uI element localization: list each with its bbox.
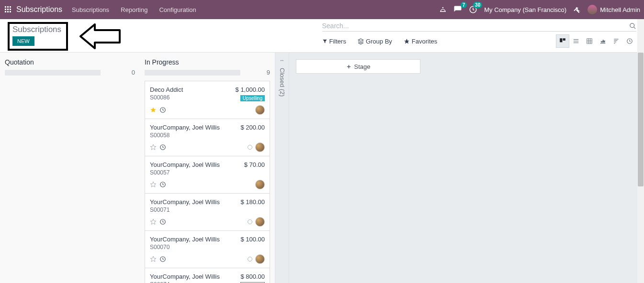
card-customer: Deco Addict (150, 86, 183, 93)
activities-icon[interactable]: 30 (469, 5, 477, 14)
card-amount: $ 180.00 (240, 198, 265, 206)
svg-point-11 (630, 23, 634, 27)
star-icon[interactable] (150, 181, 157, 188)
kanban-card[interactable]: Deco AddictS00086$ 1,000.00Upselling (145, 81, 270, 119)
nav-subscriptions[interactable]: Subscriptions (72, 6, 109, 13)
filters-label: Filters (329, 38, 346, 45)
top-nav: Subscriptions Subscriptions Reporting Co… (0, 0, 644, 19)
card-amount: $ 1,000.00 (236, 86, 265, 93)
svg-rect-14 (563, 38, 565, 41)
assignee-avatar-icon[interactable] (255, 142, 265, 152)
search-bar[interactable] (322, 22, 637, 32)
column-quotation: Quotation 0 (0, 53, 140, 283)
card-amount: $ 200.00 (240, 124, 265, 131)
page-title: Subscriptions (12, 25, 61, 34)
assignee-avatar-icon[interactable] (255, 254, 265, 264)
nav-configuration[interactable]: Configuration (159, 6, 196, 13)
support-icon[interactable] (439, 6, 447, 13)
column-quotation-count: 0 (129, 69, 135, 76)
status-dot-icon (248, 219, 252, 224)
search-input[interactable] (322, 22, 630, 30)
svg-rect-7 (7, 11, 9, 12)
svg-rect-18 (587, 39, 592, 44)
unfold-icon: ↔ (280, 57, 285, 63)
filters-button[interactable]: Filters (322, 38, 346, 45)
svg-rect-4 (7, 9, 9, 10)
star-icon[interactable] (150, 218, 157, 225)
kanban-card[interactable]: YourCompany, Joel WillisS00074$ 800.00Re… (145, 268, 270, 283)
column-in-progress-progress (145, 70, 240, 76)
card-list: Deco AddictS00086$ 1,000.00UpsellingYour… (145, 81, 272, 283)
user-avatar-icon (588, 5, 597, 14)
favorites-button[interactable]: Favorites (404, 38, 437, 45)
column-in-progress-count: 9 (264, 69, 270, 76)
column-closed-label: Closed (2) (279, 68, 286, 97)
activity-clock-icon[interactable] (159, 256, 166, 262)
activity-view-button[interactable] (623, 34, 636, 48)
column-in-progress-title[interactable]: In Progress (145, 58, 179, 66)
star-icon[interactable] (150, 144, 157, 151)
assignee-avatar-icon[interactable] (255, 217, 265, 227)
card-customer: YourCompany, Joel Willis (150, 124, 220, 131)
arrow-annotation-icon (79, 23, 122, 49)
status-dot-icon (248, 145, 252, 150)
activity-clock-icon[interactable] (159, 181, 166, 188)
add-stage-label: Stage (354, 63, 371, 70)
apps-icon[interactable] (4, 5, 12, 14)
messages-icon[interactable]: 7 (453, 5, 462, 14)
kanban-card[interactable]: YourCompany, Joel WillisS00070$ 100.00 (145, 230, 270, 268)
card-tag: Upselling (240, 95, 265, 101)
svg-rect-2 (10, 6, 11, 8)
card-reference: S00058 (150, 132, 220, 139)
card-customer: YourCompany, Joel Willis (150, 161, 220, 168)
graph-view-button[interactable] (596, 34, 610, 48)
new-button[interactable]: NEW (12, 36, 34, 46)
svg-line-12 (633, 27, 635, 29)
card-reference: S00074 (150, 281, 220, 283)
activity-clock-icon[interactable] (159, 107, 166, 113)
card-customer: YourCompany, Joel Willis (150, 236, 220, 243)
card-reference: S00070 (150, 244, 220, 250)
user-menu[interactable]: Mitchell Admin (588, 5, 640, 14)
svg-rect-13 (560, 38, 562, 42)
highlight-box: Subscriptions NEW (8, 22, 68, 51)
search-icon[interactable] (629, 22, 636, 30)
star-icon[interactable] (150, 107, 157, 113)
svg-rect-8 (10, 11, 11, 12)
activity-clock-icon[interactable] (159, 144, 166, 151)
kanban-card[interactable]: YourCompany, Joel WillisS00071$ 180.00 (145, 193, 270, 231)
card-amount: $ 100.00 (240, 236, 265, 243)
kanban-board: Quotation 0 In Progress 9 Deco AddictS00… (0, 53, 644, 283)
column-quotation-progress (5, 70, 101, 76)
user-name: Mitchell Admin (600, 6, 640, 13)
star-icon[interactable] (150, 256, 157, 262)
add-stage-button[interactable]: Stage (296, 59, 420, 74)
kanban-card[interactable]: YourCompany, Joel WillisS00058$ 200.00 (145, 119, 270, 156)
brand-title[interactable]: Subscriptions (16, 5, 62, 14)
column-quotation-title[interactable]: Quotation (5, 58, 34, 66)
company-switcher[interactable]: My Company (San Francisco) (484, 6, 566, 13)
assignee-avatar-icon[interactable] (255, 105, 265, 115)
scrollbar-track[interactable] (637, 19, 644, 283)
debug-icon[interactable] (573, 6, 581, 13)
assignee-avatar-icon[interactable] (255, 180, 265, 189)
groupby-button[interactable]: Group By (358, 38, 392, 45)
svg-rect-5 (10, 9, 11, 10)
activity-clock-icon[interactable] (159, 218, 166, 225)
card-customer: YourCompany, Joel Willis (150, 273, 220, 280)
groupby-label: Group By (366, 38, 392, 45)
list-view-button[interactable] (569, 34, 583, 48)
scrollbar-thumb[interactable] (638, 53, 644, 186)
nav-reporting[interactable]: Reporting (121, 6, 147, 13)
messages-badge: 7 (461, 2, 467, 8)
kanban-card[interactable]: YourCompany, Joel WillisS00057$ 70.00 (145, 156, 270, 194)
status-dot-icon (248, 257, 252, 261)
cohort-view-button[interactable] (610, 34, 623, 48)
card-amount: $ 70.00 (244, 161, 265, 168)
column-closed-folded[interactable]: ↔ Closed (2) (275, 53, 289, 283)
column-in-progress: In Progress 9 Deco AddictS00086$ 1,000.0… (140, 53, 275, 283)
kanban-view-button[interactable] (556, 34, 569, 48)
card-reference: S00071 (150, 207, 220, 213)
svg-rect-3 (5, 9, 6, 10)
pivot-view-button[interactable] (583, 34, 596, 48)
